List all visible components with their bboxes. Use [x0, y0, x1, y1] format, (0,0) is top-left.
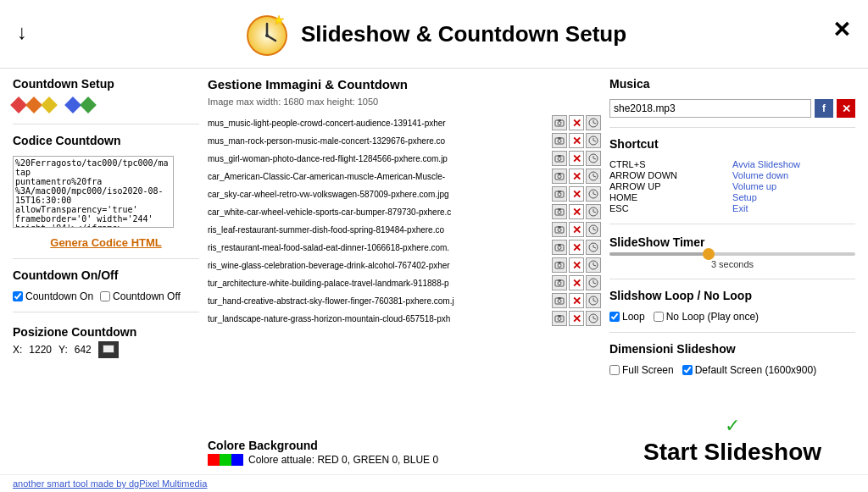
dimensioni-title: Dimensioni Slideshow [609, 342, 855, 356]
image-delete-btn-7[interactable]: ✕ [569, 240, 584, 255]
image-clock-btn-0[interactable] [586, 115, 601, 130]
image-row: ris_wine-glass-celebration-beverage-drin… [208, 257, 601, 274]
defaultscreen-label[interactable]: Default Screen (1600x900) [682, 364, 816, 376]
image-name-8: ris_wine-glass-celebration-beverage-drin… [208, 261, 550, 270]
image-photo-btn-3[interactable] [552, 169, 567, 184]
image-clock-btn-3[interactable] [586, 169, 601, 184]
genera-codice-button[interactable]: Genera Codice HTML [13, 236, 199, 249]
image-photo-btn-10[interactable] [552, 293, 567, 308]
svg-rect-26 [558, 173, 561, 174]
image-delete-btn-4[interactable]: ✕ [569, 186, 584, 202]
image-photo-btn-7[interactable] [552, 240, 567, 255]
footer-link[interactable]: another smart tool made by dgPixel Multi… [13, 478, 207, 489]
image-photo-btn-1[interactable] [552, 133, 567, 148]
footer[interactable]: another smart tool made by dgPixel Multi… [0, 474, 868, 492]
image-photo-btn-6[interactable] [552, 222, 567, 237]
defaultscreen-checkbox[interactable] [682, 365, 693, 375]
svg-point-73 [558, 318, 561, 321]
colore-swatch [208, 454, 243, 466]
shortcut-value: Exit [732, 203, 855, 214]
svg-rect-68 [558, 297, 561, 299]
colore-row: Colore attuale: RED 0, GREEN 0, BLUE 0 [208, 454, 601, 466]
image-clock-btn-6[interactable] [586, 222, 601, 237]
fullscreen-checkbox[interactable] [609, 365, 620, 375]
fullscreen-label[interactable]: Full Screen [609, 364, 674, 376]
x-value: 1220 [29, 344, 52, 356]
countdown-on-label[interactable]: Countdown On [13, 290, 93, 302]
image-clock-btn-2[interactable] [586, 151, 601, 166]
gestione-title: Gestione Immagini & Countdown [208, 77, 601, 91]
image-clock-btn-5[interactable] [586, 204, 601, 219]
image-delete-btn-10[interactable]: ✕ [569, 293, 584, 308]
svg-rect-62 [558, 279, 561, 281]
shortcut-row: ESCExit [609, 203, 855, 214]
musica-row: f ✕ [609, 99, 855, 118]
svg-line-17 [593, 141, 596, 141]
slider-thumb[interactable] [703, 248, 715, 260]
image-delete-btn-9[interactable]: ✕ [569, 275, 584, 290]
image-photo-btn-8[interactable] [552, 257, 567, 273]
btn-down[interactable]: ↓ [17, 20, 27, 44]
svg-line-23 [593, 158, 596, 159]
image-list: mus_music-light-people-crowd-concert-aud… [208, 114, 601, 428]
codice-countdown-title: Codice Countdown [13, 134, 199, 147]
fb-button[interactable]: f [815, 99, 833, 118]
image-clock-btn-7[interactable] [586, 240, 601, 255]
image-delete-btn-5[interactable]: ✕ [569, 204, 584, 219]
loop-label[interactable]: Loop [609, 311, 645, 323]
image-clock-btn-1[interactable] [586, 133, 601, 148]
shortcut-row: ARROW UPVolume up [609, 181, 855, 192]
image-delete-btn-8[interactable]: ✕ [569, 257, 584, 273]
image-photo-btn-4[interactable] [552, 186, 567, 202]
countdown-on-checkbox[interactable] [13, 291, 23, 301]
image-name-9: tur_architecture-white-building-palace-t… [208, 279, 550, 288]
svg-rect-74 [558, 315, 561, 317]
svg-line-35 [593, 194, 596, 195]
image-row: car_American-Classic-Car-american-muscle… [208, 168, 601, 185]
musica-input[interactable] [609, 99, 811, 118]
svg-point-7 [558, 122, 561, 125]
countdown-onoff-title: Countdown On/Off [13, 268, 199, 282]
countdown-off-checkbox[interactable] [100, 291, 110, 301]
image-row: car_sky-car-wheel-retro-vw-volkswagen-58… [208, 185, 601, 202]
svg-point-61 [558, 282, 561, 285]
colore-section: Colore Background Colore attuale: RED 0,… [208, 439, 601, 466]
image-photo-btn-5[interactable] [552, 204, 567, 219]
loop-title: Slidshow Loop / No Loop [609, 289, 855, 302]
x-label: X: [13, 344, 22, 356]
monitor-button[interactable] [98, 341, 119, 358]
image-delete-btn-6[interactable]: ✕ [569, 222, 584, 237]
image-delete-btn-0[interactable]: ✕ [569, 115, 584, 130]
image-clock-btn-10[interactable] [586, 293, 601, 308]
left-column: Countdown Setup Codice Countdown %20Ferr… [13, 77, 199, 466]
image-clock-btn-9[interactable] [586, 275, 601, 290]
countdown-off-label[interactable]: Countdown Off [100, 290, 181, 302]
start-slideshow-button[interactable]: Start Slideshow [643, 439, 821, 466]
image-delete-btn-1[interactable]: ✕ [569, 133, 584, 148]
slider-track [609, 252, 855, 256]
noloop-checkbox[interactable] [654, 312, 664, 322]
svg-rect-32 [558, 191, 561, 192]
image-photo-btn-0[interactable] [552, 115, 567, 130]
image-clock-btn-8[interactable] [586, 257, 601, 273]
image-photo-btn-11[interactable] [552, 311, 567, 326]
middle-column: Gestione Immagini & Countdown Image max … [208, 77, 601, 466]
countdown-setup-icons [13, 99, 199, 111]
shortcut-value: Setup [732, 192, 855, 203]
image-clock-btn-11[interactable] [586, 311, 601, 326]
image-delete-btn-11[interactable]: ✕ [569, 311, 584, 326]
svg-point-31 [558, 193, 561, 196]
image-clock-btn-4[interactable] [586, 186, 601, 202]
musica-del-button[interactable]: ✕ [837, 99, 855, 118]
image-photo-btn-2[interactable] [552, 151, 567, 166]
svg-rect-56 [558, 262, 561, 263]
image-delete-btn-2[interactable]: ✕ [569, 151, 584, 166]
colore-title: Colore Background [208, 439, 601, 452]
close-button[interactable]: ✕ [832, 17, 851, 43]
loop-row: Loop No Loop (Play once) [609, 311, 855, 323]
noloop-label[interactable]: No Loop (Play once) [654, 311, 759, 323]
image-photo-btn-9[interactable] [552, 275, 567, 290]
image-delete-btn-3[interactable]: ✕ [569, 169, 584, 184]
loop-checkbox[interactable] [609, 312, 620, 322]
codice-textarea[interactable]: %20Ferragosto/tac000/tpc000/matap puntam… [13, 156, 174, 228]
